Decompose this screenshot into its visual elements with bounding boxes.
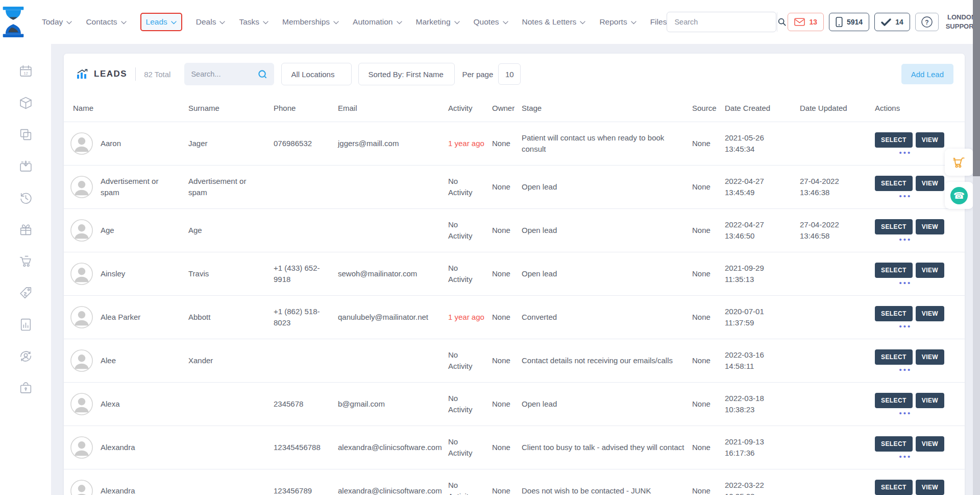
- avatar-placeholder-icon: [70, 305, 93, 329]
- column-header-stage: Stage: [519, 104, 689, 112]
- phone-widget-button[interactable]: ☎: [945, 182, 973, 209]
- nav-item-quotes[interactable]: Quotes: [474, 17, 508, 27]
- cart-widget-button[interactable]: [945, 149, 973, 176]
- view-button[interactable]: VIEW: [916, 219, 944, 234]
- more-actions-button[interactable]: •••: [875, 454, 936, 459]
- more-actions-button[interactable]: •••: [875, 194, 936, 199]
- view-button[interactable]: VIEW: [916, 263, 944, 278]
- mail-badge[interactable]: 13: [788, 13, 824, 31]
- nav-item-today[interactable]: Today: [42, 17, 72, 27]
- cart-icon[interactable]: [19, 254, 33, 268]
- nav-item-contacts[interactable]: Contacts: [86, 17, 126, 27]
- account-sync-icon[interactable]: [19, 349, 33, 363]
- lead-stage: Client too busy to talk - advised they w…: [519, 437, 689, 458]
- lead-surname: [185, 442, 271, 453]
- nav-item-deals[interactable]: Deals: [196, 17, 226, 27]
- nav-item-automation[interactable]: Automation: [353, 17, 402, 27]
- nav-item-label: Memberships: [282, 17, 330, 27]
- calendar-import-icon[interactable]: [19, 159, 33, 173]
- nav-item-files[interactable]: Files: [650, 17, 667, 27]
- nav-item-leads[interactable]: Leads: [140, 13, 182, 31]
- more-actions-button[interactable]: •••: [875, 150, 936, 155]
- select-button[interactable]: SELECT: [875, 176, 913, 191]
- phone-badge[interactable]: 5914: [829, 13, 869, 31]
- lead-phone: 076986532: [271, 133, 335, 154]
- price-tag-icon[interactable]: [19, 286, 33, 300]
- lead-name: Alea Parker: [101, 312, 140, 323]
- lead-actions: SELECT VIEW •••: [872, 431, 965, 464]
- leads-search-input[interactable]: [191, 70, 258, 78]
- view-button[interactable]: VIEW: [916, 132, 944, 148]
- more-actions-button[interactable]: •••: [875, 367, 936, 372]
- lead-stage: Converted: [519, 307, 689, 328]
- select-button[interactable]: SELECT: [875, 219, 913, 234]
- phone-count: 5914: [847, 18, 863, 26]
- search-icon[interactable]: [258, 69, 267, 79]
- more-actions-button[interactable]: •••: [875, 411, 936, 416]
- history-icon[interactable]: [19, 191, 33, 205]
- lead-activity: No Activity: [445, 388, 489, 420]
- view-button[interactable]: VIEW: [916, 176, 944, 191]
- app-logo[interactable]: [0, 6, 27, 38]
- tasks-count: 14: [895, 18, 903, 26]
- more-actions-button[interactable]: •••: [875, 280, 936, 286]
- avatar-placeholder-icon: [70, 349, 93, 372]
- nav-item-label: Contacts: [86, 17, 117, 27]
- nav-item-label: Leads: [146, 17, 167, 27]
- lead-date-created: 2022-03-16 14:58:11: [722, 344, 797, 377]
- select-button[interactable]: SELECT: [875, 480, 913, 495]
- lead-actions: SELECT VIEW •••: [872, 214, 965, 247]
- help-button[interactable]: ?: [915, 13, 939, 31]
- nav-item-memberships[interactable]: Memberships: [282, 17, 339, 27]
- search-icon[interactable]: [777, 12, 787, 32]
- more-actions-button[interactable]: •••: [875, 237, 936, 242]
- locations-filter[interactable]: All Locations: [281, 63, 352, 85]
- per-page-select[interactable]: 10: [498, 63, 521, 85]
- view-button[interactable]: VIEW: [916, 436, 944, 452]
- briefcase-lock-icon[interactable]: [19, 381, 33, 395]
- global-search: [667, 12, 776, 32]
- avatar-placeholder-icon: [70, 479, 93, 495]
- select-button[interactable]: SELECT: [875, 306, 913, 321]
- select-button[interactable]: SELECT: [875, 393, 913, 408]
- scrollbar-thumb[interactable]: [973, 0, 980, 176]
- add-lead-button[interactable]: Add Lead: [901, 64, 953, 84]
- lead-owner: None: [489, 480, 519, 495]
- chevron-down-icon: [503, 21, 508, 25]
- tasks-badge[interactable]: 14: [874, 13, 910, 31]
- nav-item-reports[interactable]: Reports: [599, 17, 636, 27]
- copy-windows-icon[interactable]: [19, 128, 33, 142]
- avatar: [70, 349, 93, 372]
- lead-actions: SELECT VIEW •••: [872, 301, 965, 334]
- select-button[interactable]: SELECT: [875, 263, 913, 278]
- column-header-email: Email: [335, 104, 445, 112]
- avatar-placeholder-icon: [70, 219, 93, 242]
- more-actions-button[interactable]: •••: [875, 324, 936, 329]
- lead-date-created: 2020-07-01 11:37:59: [722, 301, 797, 334]
- lead-stage: Open lead: [519, 176, 689, 198]
- lead-name-cell: Alexandra: [70, 474, 185, 495]
- nav-item-notes-letters[interactable]: Notes & Letters: [522, 17, 586, 27]
- global-search-input[interactable]: [667, 18, 777, 26]
- view-button[interactable]: VIEW: [916, 393, 944, 408]
- cube-icon[interactable]: [19, 96, 33, 110]
- nav-item-tasks[interactable]: Tasks: [239, 17, 268, 27]
- select-button[interactable]: SELECT: [875, 436, 913, 452]
- select-button[interactable]: SELECT: [875, 349, 913, 365]
- lead-source: None: [689, 393, 722, 415]
- view-button[interactable]: VIEW: [916, 480, 944, 495]
- sort-filter[interactable]: Sorted By: First Name: [358, 63, 455, 85]
- lead-date-updated: [797, 312, 872, 322]
- view-button[interactable]: VIEW: [916, 306, 944, 321]
- nav-item-marketing[interactable]: Marketing: [416, 17, 460, 27]
- table-body: Aaron Jager 076986532 jggers@maill.com 1…: [64, 122, 965, 495]
- chevron-down-icon: [219, 21, 225, 25]
- select-button[interactable]: SELECT: [875, 132, 913, 148]
- report-icon[interactable]: [19, 318, 33, 332]
- gift-icon[interactable]: [19, 223, 33, 237]
- lead-source: None: [689, 350, 722, 371]
- scrollbar-track[interactable]: [973, 0, 980, 495]
- calendar-icon[interactable]: 12: [19, 64, 33, 78]
- avatar-placeholder-icon: [70, 132, 93, 155]
- view-button[interactable]: VIEW: [916, 349, 944, 365]
